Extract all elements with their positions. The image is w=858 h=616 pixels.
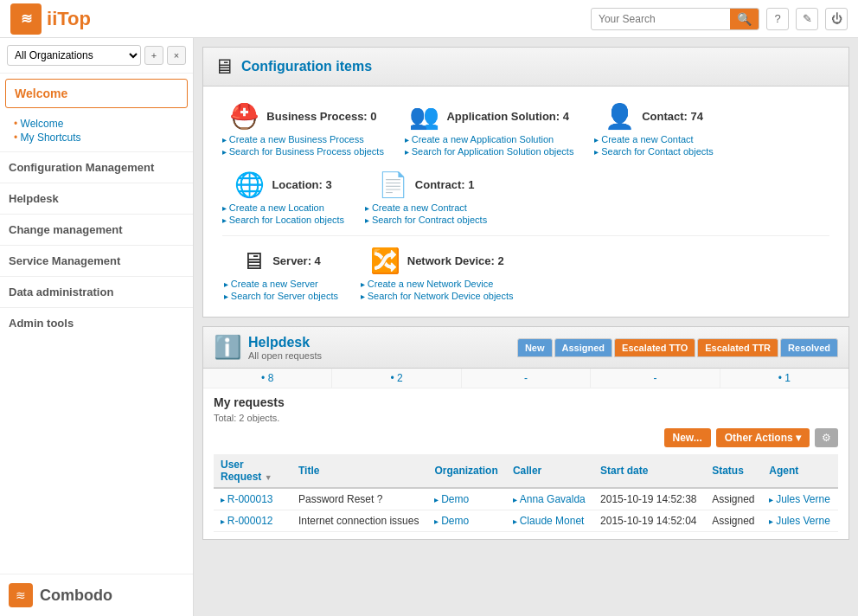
org-link-1[interactable]: Demo [434,493,469,505]
search-location-link[interactable]: Search for Location objects [222,215,344,225]
col-caller[interactable]: Caller [506,454,593,488]
col-agent[interactable]: Agent [762,454,838,488]
agent-link-1[interactable]: Jules Verne [769,493,830,505]
sidebar-link-welcome[interactable]: Welcome [14,117,179,131]
helpdesk-icon: ℹ️ [214,334,241,361]
org-select[interactable]: All Organizations [7,45,141,66]
table-settings-button[interactable]: ⚙ [815,428,838,447]
main-content: 🖥 Configuration items ⛑️ Business Proces… [194,38,858,616]
network-device-icon: 🔀 [370,247,400,275]
create-contact-link[interactable]: Create a new Contact [594,134,693,144]
combodo-footer: ≋ Combodo [0,574,193,616]
location-icon: 🌐 [234,170,265,199]
sidebar-item-service-management[interactable]: Service Management [0,245,193,276]
search-box: 🔍 [591,8,759,30]
combodo-brand: Combodo [40,587,112,605]
config-item-server: 🖥 Server: 4 Create a new Server Search f… [212,240,350,308]
helpdesk-title: Helpdesk [248,335,322,350]
table-header-row: User Request ▼ Title Organization Caller… [214,454,838,488]
config-item-network-device: 🔀 Network Device: 2 Create a new Network… [350,240,524,308]
power-icon[interactable]: ⏻ [825,8,848,30]
cell-title-1: Password Reset ? [291,488,427,510]
config-items-icon: 🖥 [214,55,234,79]
create-contract-link[interactable]: Create a new Contract [365,202,467,213]
itop-logo-icon: ≋ [10,3,42,35]
col-start-date[interactable]: Start date [593,454,705,488]
helpdesk-header: ℹ️ Helpdesk All open requests New Assign… [203,327,848,369]
col-user-request[interactable]: User Request ▼ [214,454,291,488]
search-contract-link[interactable]: Search for Contract objects [365,215,487,225]
welcome-link[interactable]: Welcome [15,87,67,100]
my-requests-title: My requests [214,395,838,409]
contract-icon: 📄 [378,170,408,199]
tab-new[interactable]: New [517,338,553,357]
tab-escalated-tto[interactable]: Escalated TTO [614,338,695,357]
create-location-link[interactable]: Create a new Location [222,202,324,213]
cell-status-1: Assigned [705,488,762,510]
help-icon[interactable]: ? [766,8,789,30]
create-server-link[interactable]: Create a new Server [224,279,318,289]
search-contact-link[interactable]: Search for Contact objects [594,146,713,157]
search-app-solution-link[interactable]: Search for Application Solution objects [405,146,574,157]
tab-assigned[interactable]: Assigned [554,338,613,357]
search-server-link[interactable]: Search for Server objects [224,291,338,301]
cell-org-2: Demo [427,510,506,532]
tab-resolved[interactable]: Resolved [780,338,838,357]
col-status[interactable]: Status [705,454,762,488]
request-id-link-1[interactable]: R-000013 [221,493,273,505]
create-network-device-link[interactable]: Create a new Network Device [361,279,493,289]
location-label: Location: 3 [272,178,331,191]
sidebar-item-data-administration[interactable]: Data administration [0,276,193,307]
config-row-divider [222,235,829,236]
app-title: iiTop [47,8,91,30]
search-network-device-link[interactable]: Search for Network Device objects [361,291,514,301]
create-app-solution-link[interactable]: Create a new Application Solution [405,134,554,144]
org-add-btn[interactable]: + [144,46,163,65]
edit-icon[interactable]: ✎ [796,8,818,30]
agent-link-2[interactable]: Jules Verne [769,515,830,527]
sidebar-item-change-management[interactable]: Change management [0,214,193,245]
total-count: Total: 2 objects. [214,413,838,423]
create-business-process-link[interactable]: Create a new Business Process [222,134,364,144]
config-item-contact: 👤 Contact: 74 Create a new Contact Searc… [584,95,723,164]
sidebar-link-shortcuts[interactable]: My Shortcuts [14,131,179,144]
welcome-menu-item[interactable]: Welcome [5,79,188,108]
sidebar-item-admin-tools[interactable]: Admin tools [0,307,193,338]
org-remove-btn[interactable]: × [167,46,186,65]
tab-escalated-ttr[interactable]: Escalated TTR [697,338,778,357]
requests-toolbar: New... Other Actions ▾ ⚙ [214,428,838,447]
contract-label: Contract: 1 [415,178,475,191]
config-item-app-solution: 👥 Application Solution: 4 Create a new A… [394,95,585,164]
sidebar-item-helpdesk[interactable]: Helpdesk [0,183,193,214]
network-device-label: Network Device: 2 [407,254,504,267]
count-resolved[interactable]: • 1 [720,369,848,388]
col-organization[interactable]: Organization [427,454,506,488]
new-request-button[interactable]: New... [664,428,711,447]
helpdesk-tabs: New Assigned Escalated TTO Escalated TTR… [517,338,838,357]
config-items-grid: ⛑️ Business Process: 0 Create a new Busi… [203,87,848,317]
cell-agent-1: Jules Verne [762,488,838,510]
cell-agent-2: Jules Verne [762,510,838,532]
helpdesk-subtitle: All open requests [248,350,322,361]
caller-link-2[interactable]: Claude Monet [513,515,585,527]
other-actions-button[interactable]: Other Actions ▾ [716,428,810,447]
server-label: Server: 4 [272,254,321,267]
search-button[interactable]: 🔍 [730,9,759,29]
search-business-process-link[interactable]: Search for Business Process objects [222,146,384,157]
app-solution-icon: 👥 [409,102,439,131]
search-input[interactable] [592,10,730,29]
caller-link-1[interactable]: Anna Gavalda [513,493,586,505]
business-process-icon: ⛑️ [229,102,259,131]
config-items-title: Configuration items [241,59,372,74]
col-title[interactable]: Title [291,454,427,488]
cell-request-id-2: R-000012 [214,510,291,532]
config-items-panel: 🖥 Configuration items ⛑️ Business Proces… [202,47,849,318]
org-link-2[interactable]: Demo [434,515,469,527]
cell-caller-1: Anna Gavalda [506,488,593,510]
request-id-link-2[interactable]: R-000012 [221,515,273,527]
cell-status-2: Assigned [705,510,762,532]
count-assigned[interactable]: • 2 [332,369,461,388]
config-item-business-process: ⛑️ Business Process: 0 Create a new Busi… [212,95,394,164]
sidebar-item-configuration-management[interactable]: Configuration Management [0,151,193,183]
count-new[interactable]: • 8 [203,369,332,388]
